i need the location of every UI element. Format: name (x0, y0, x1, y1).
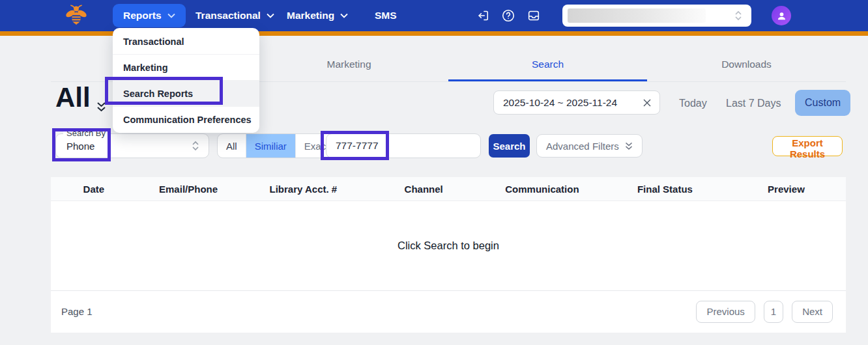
nav-menu-transactional-label: Transactional (195, 10, 261, 21)
export-results-button[interactable]: Export Results (772, 136, 843, 156)
tab-search[interactable]: Search (448, 48, 647, 81)
app-root: Reports Transactional Marketing SMS (0, 0, 868, 345)
help-icon[interactable] (501, 8, 515, 23)
search-button[interactable]: Search (489, 134, 530, 158)
table-header-row: Date Email/Phone Library Acct. # Channel… (51, 177, 846, 201)
select-updown-icon (192, 141, 199, 151)
column-date: Date (51, 184, 137, 195)
preset-today[interactable]: Today (679, 90, 707, 116)
nav-menu-reports[interactable]: Reports (113, 4, 186, 27)
chevron-down-icon (340, 13, 348, 18)
nav-menu-marketing[interactable]: Marketing (287, 0, 348, 31)
top-navbar: Reports Transactional Marketing SMS (0, 0, 868, 31)
account-select-redacted-value (568, 8, 706, 23)
preset-custom[interactable]: Custom (795, 90, 850, 116)
empty-state-message: Click Search to begin (398, 240, 499, 252)
column-library-acct: Library Acct. # (240, 184, 366, 195)
search-by-label: Search By (63, 128, 109, 138)
person-icon (776, 10, 787, 21)
date-range-input[interactable]: 2025-10-24 ~ 2025-11-24 (493, 90, 660, 115)
match-type-group: All Similiar Exact (217, 133, 338, 158)
double-chevron-down-icon (625, 142, 633, 150)
menu-item-transactional[interactable]: Transactional (113, 29, 259, 54)
nav-menu-marketing-label: Marketing (287, 10, 334, 21)
tab-downloads[interactable]: Downloads (647, 48, 846, 81)
search-by-value: Phone (66, 141, 94, 152)
sign-out-icon[interactable] (476, 8, 491, 23)
column-final-status: Final Status (603, 184, 727, 195)
tab-marketing[interactable]: Marketing (250, 48, 448, 81)
chevron-down-icon (167, 13, 175, 18)
column-communication: Communication (481, 184, 603, 195)
nav-menu-sms[interactable]: SMS (375, 0, 397, 31)
clear-date-icon[interactable] (643, 98, 652, 107)
table-body: Click Search to begin (51, 201, 846, 290)
column-preview: Preview (727, 184, 846, 195)
page-indicator: Page 1 (61, 306, 93, 317)
next-page-button[interactable]: Next (792, 301, 833, 323)
search-by-select[interactable]: Search By Phone (55, 133, 209, 158)
reports-dropdown-menu: Transactional Marketing Search Reports C… (113, 28, 259, 133)
page-title: All (55, 82, 91, 113)
bee-logo[interactable] (65, 4, 88, 27)
table-footer: Page 1 Previous 1 Next (51, 290, 846, 332)
match-option-all[interactable]: All (218, 134, 246, 158)
column-email-phone: Email/Phone (137, 184, 240, 195)
nav-menu-sms-label: SMS (375, 10, 397, 21)
date-range-value: 2025-10-24 ~ 2025-11-24 (503, 97, 643, 109)
chevron-down-icon (267, 13, 274, 18)
pagination-controls: Previous 1 Next (696, 301, 833, 323)
preset-last-7-days[interactable]: Last 7 Days (726, 90, 781, 116)
menu-item-search-reports[interactable]: Search Reports (113, 80, 259, 106)
menu-item-marketing[interactable]: Marketing (113, 54, 259, 80)
user-avatar[interactable] (772, 6, 791, 25)
select-updown-icon (734, 10, 742, 21)
match-option-similiar[interactable]: Similiar (246, 134, 295, 158)
nav-menu-reports-label: Reports (123, 10, 162, 21)
advanced-filters-label: Advanced Filters (546, 141, 619, 152)
previous-page-button[interactable]: Previous (696, 301, 755, 323)
page-1-button[interactable]: 1 (764, 301, 783, 323)
search-query-input[interactable] (326, 133, 481, 158)
inbox-icon[interactable] (527, 8, 541, 23)
results-table: Date Email/Phone Library Acct. # Channel… (51, 177, 846, 333)
advanced-filters-button[interactable]: Advanced Filters (536, 134, 643, 158)
nav-menu-transactional[interactable]: Transactional (195, 0, 274, 31)
menu-item-communication-preferences[interactable]: Communication Preferences (113, 106, 259, 132)
column-channel: Channel (366, 184, 481, 195)
double-chevron-down-icon[interactable] (96, 102, 106, 113)
account-select[interactable] (562, 5, 751, 27)
